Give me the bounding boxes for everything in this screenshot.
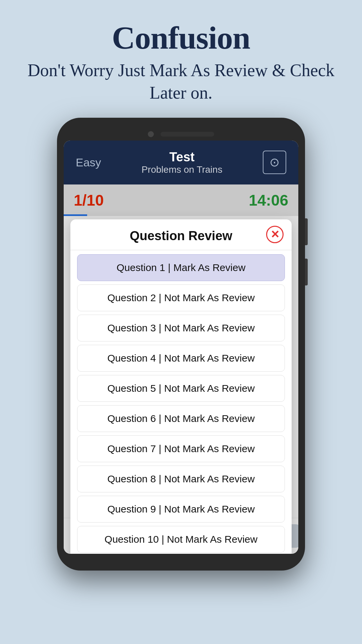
front-camera [148,131,154,137]
page-subtitle: Don't Worry Just Mark As Review & Check … [20,59,342,104]
camera-button[interactable]: ⊙ [263,151,286,174]
close-icon: ✕ [270,229,280,240]
phone-speaker [161,132,214,137]
progress-area: 1/10 14:06 [64,184,298,216]
camera-icon: ⊙ [269,155,280,169]
timer: 14:06 [249,191,288,209]
header-section: Confusion Don't Worry Just Mark As Revie… [0,0,362,114]
question-item-3[interactable]: Question 3 | Not Mark As Review [77,315,285,341]
question-item-4[interactable]: Question 4 | Not Mark As Review [77,345,285,372]
question-list: Question 1 | Mark As ReviewQuestion 2 | … [70,250,292,554]
question-item-2[interactable]: Question 2 | Not Mark As Review [77,284,285,311]
app-title-area: Test Problems on Trains [141,150,222,175]
question-item-6[interactable]: Question 6 | Not Mark As Review [77,405,285,432]
question-item-10[interactable]: Question 10 | Not Mark As Review [77,526,285,553]
question-counter: 1/10 [74,191,104,209]
phone-shell: Easy Test Problems on Trains ⊙ 1/10 14:0… [57,118,305,571]
question-item-8[interactable]: Question 8 | Not Mark As Review [77,466,285,492]
app-header: Easy Test Problems on Trains ⊙ [64,141,298,184]
difficulty-label: Easy [76,156,101,169]
modal-title: Question Review [130,229,232,243]
question-review-modal: Question Review ✕ Question 1 | Mark As R… [70,219,292,554]
test-subtitle: Problems on Trains [141,164,222,175]
phone-top-bar [64,131,298,137]
question-item-5[interactable]: Question 5 | Not Mark As Review [77,375,285,402]
question-item-7[interactable]: Question 7 | Not Mark As Review [77,435,285,462]
screen-content: Question Review ✕ Question 1 | Mark As R… [64,216,298,518]
page-title: Confusion [20,20,342,56]
modal-close-button[interactable]: ✕ [266,226,284,243]
phone-screen: Easy Test Problems on Trains ⊙ 1/10 14:0… [64,141,298,554]
power-button [305,218,308,245]
modal-header: Question Review ✕ [70,219,292,250]
question-item-1[interactable]: Question 1 | Mark As Review [77,254,285,281]
test-title: Test [141,150,222,164]
volume-button [305,259,308,285]
question-item-9[interactable]: Question 9 | Not Mark As Review [77,496,285,523]
